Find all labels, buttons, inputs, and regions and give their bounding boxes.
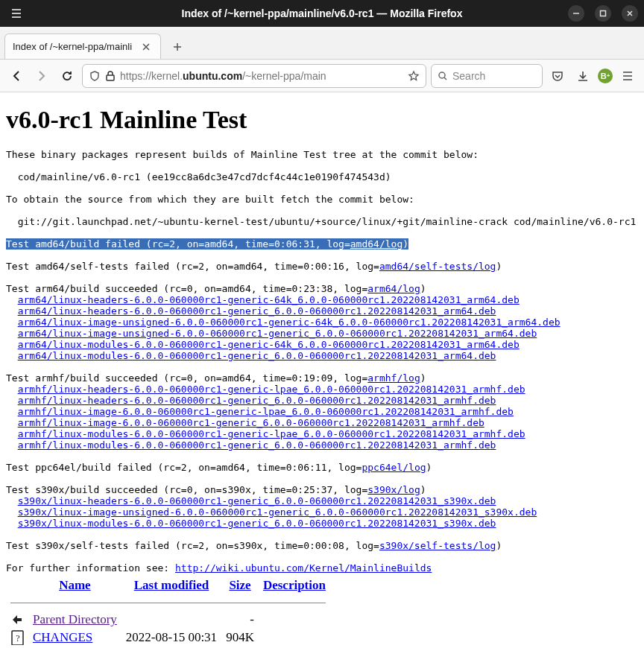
forward-button [31, 66, 52, 86]
extension-badge[interactable]: B+ [598, 69, 613, 83]
svg-rect-1 [107, 75, 114, 80]
table-header[interactable]: Description [259, 576, 330, 594]
file-link[interactable]: armhf/linux-headers-6.0.0-060000rc1-gene… [18, 384, 525, 395]
file-link[interactable]: arm64/linux-headers-6.0.0-060000rc1-gene… [18, 305, 496, 317]
file-icon: ? [6, 629, 28, 647]
file-date: 2022-08-15 00:31 [121, 629, 221, 647]
reload-button[interactable] [57, 66, 78, 86]
file-link[interactable]: ppc64el/log [362, 462, 426, 473]
file-icon [6, 611, 28, 629]
file-link[interactable]: arm64/linux-image-unsigned-6.0.0-060000r… [18, 328, 537, 339]
file-link[interactable]: http://wiki.ubuntu.com/Kernel/MainlineBu… [175, 562, 432, 574]
file-size: 904K [221, 629, 259, 647]
file-link[interactable]: armhf/linux-headers-6.0.0-060000rc1-gene… [18, 395, 496, 406]
downloads-icon[interactable] [572, 66, 593, 86]
file-link[interactable]: s390x/linux-modules-6.0.0-060000rc1-gene… [18, 518, 496, 529]
directory-table: NameLast modifiedSizeDescription Parent … [6, 576, 330, 647]
file-link[interactable]: armhf/linux-image-6.0.0-060000rc1-generi… [18, 406, 514, 417]
minimize-button[interactable] [568, 5, 584, 22]
file-link[interactable]: s390x/log [367, 484, 420, 495]
file-link[interactable]: armhf/linux-image-6.0.0-060000rc1-generi… [18, 417, 484, 428]
bookmark-star-icon[interactable] [408, 70, 420, 82]
address-bar[interactable]: https://kernel.ubuntu.com/~kernel-ppa/ma… [82, 64, 426, 88]
file-name-link[interactable]: Parent Directory [33, 612, 117, 626]
file-size: - [221, 611, 259, 629]
close-button[interactable] [622, 5, 638, 22]
table-row: ?CHANGES2022-08-15 00:31904K [6, 629, 330, 647]
file-link[interactable]: arm64/linux-headers-6.0.0-060000rc1-gene… [18, 294, 520, 305]
app-menu-icon[interactable] [6, 3, 27, 24]
file-link[interactable]: armhf/linux-modules-6.0.0-060000rc1-gene… [18, 428, 525, 439]
search-icon [438, 71, 448, 81]
tab[interactable]: Index of /~kernel-ppa/mainli [4, 34, 161, 59]
pocket-icon[interactable] [547, 66, 568, 86]
file-link[interactable]: arm64/linux-image-unsigned-6.0.0-060000r… [18, 317, 561, 328]
file-link[interactable]: s390x/linux-headers-6.0.0-060000rc1-gene… [18, 495, 496, 506]
shield-icon[interactable] [89, 70, 101, 82]
log-link[interactable]: amd64/log [350, 238, 402, 250]
svg-rect-0 [601, 11, 606, 16]
url-text: https://kernel.ubuntu.com/~kernel-ppa/ma… [120, 70, 403, 82]
new-tab-button[interactable] [165, 35, 189, 59]
file-date [121, 611, 221, 629]
search-placeholder: Search [452, 70, 485, 82]
maximize-button[interactable] [595, 5, 611, 22]
page-title: v6.0-rc1 Mainline Test [6, 106, 638, 134]
svg-text:?: ? [16, 633, 19, 644]
file-link[interactable]: s390x/self-tests/log [379, 540, 496, 551]
table-row: Parent Directory- [6, 611, 330, 629]
file-link[interactable]: amd64/self-tests/log [379, 261, 496, 272]
file-link[interactable]: armhf/linux-modules-6.0.0-060000rc1-gene… [18, 439, 496, 451]
table-header[interactable]: Size [221, 576, 259, 594]
back-button[interactable] [6, 66, 27, 86]
file-link[interactable]: arm64/linux-modules-6.0.0-060000rc1-gene… [18, 339, 520, 350]
lock-icon[interactable] [105, 70, 116, 82]
file-link[interactable]: arm64/log [367, 283, 420, 294]
file-link[interactable]: s390x/linux-image-unsigned-6.0.0-060000r… [18, 506, 537, 518]
close-tab-icon[interactable] [139, 40, 153, 54]
file-link[interactable]: armhf/log [367, 372, 420, 384]
hamburger-menu-icon[interactable] [617, 66, 638, 86]
tab-label: Index of /~kernel-ppa/mainli [13, 41, 139, 52]
table-header[interactable]: Last modified [121, 576, 221, 594]
svg-point-2 [439, 72, 445, 78]
titlebar: Index of /~kernel-ppa/mainline/v6.0-rc1 … [0, 0, 644, 27]
table-header[interactable]: Name [28, 576, 121, 594]
tabbar: Index of /~kernel-ppa/mainli [0, 27, 644, 60]
file-link[interactable]: arm64/linux-modules-6.0.0-060000rc1-gene… [18, 350, 496, 361]
search-bar[interactable]: Search [431, 64, 543, 88]
window-title: Index of /~kernel-ppa/mainline/v6.0-rc1 … [95, 7, 549, 19]
toolbar: https://kernel.ubuntu.com/~kernel-ppa/ma… [0, 60, 644, 92]
page-content: v6.0-rc1 Mainline Test These binary pack… [0, 92, 644, 647]
file-name-link[interactable]: CHANGES [33, 630, 92, 644]
